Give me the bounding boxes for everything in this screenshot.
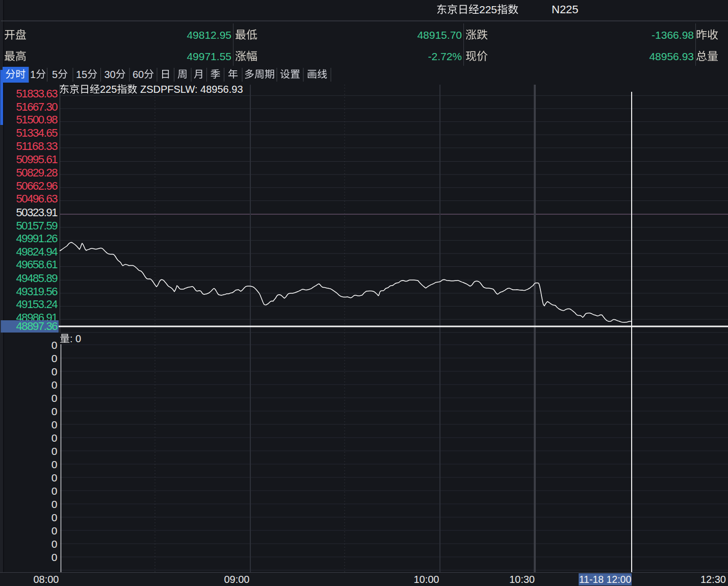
svg-text:11-18 12:00: 11-18 12:00 — [579, 574, 632, 585]
svg-text:15: 15 — [76, 69, 87, 80]
svg-text:50157.59: 50157.59 — [16, 219, 58, 232]
svg-text:49153.24: 49153.24 — [16, 298, 58, 311]
svg-text:225: 225 — [479, 4, 497, 15]
svg-text:60: 60 — [133, 69, 144, 80]
svg-text:0: 0 — [51, 512, 58, 523]
svg-text:49812.95: 49812.95 — [187, 29, 231, 41]
svg-text:51334.65: 51334.65 — [16, 126, 58, 139]
svg-text:0: 0 — [51, 379, 58, 391]
svg-text:48897.36: 48897.36 — [16, 320, 58, 333]
svg-text:49485.89: 49485.89 — [16, 272, 58, 285]
svg-text:51500.98: 51500.98 — [16, 113, 58, 126]
svg-text:0: 0 — [51, 551, 58, 563]
svg-text:51667.30: 51667.30 — [16, 100, 58, 113]
svg-text:0: 0 — [51, 472, 58, 483]
svg-text:0: 0 — [51, 405, 58, 417]
svg-text:: 0: : 0 — [70, 333, 81, 344]
svg-text:50323.91: 50323.91 — [16, 206, 58, 219]
svg-text:ZSDPFSLW: 48956.93: ZSDPFSLW: 48956.93 — [137, 84, 243, 95]
svg-text:09:00: 09:00 — [224, 574, 249, 585]
svg-text:0: 0 — [51, 339, 58, 351]
svg-text:50496.63: 50496.63 — [16, 192, 58, 205]
svg-text:0: 0 — [51, 392, 58, 404]
svg-text:0: 0 — [51, 445, 58, 457]
svg-text:0: 0 — [51, 352, 58, 364]
svg-text:51168.33: 51168.33 — [16, 140, 58, 152]
svg-text:0: 0 — [51, 366, 58, 377]
svg-text:0: 0 — [51, 458, 58, 470]
svg-text:0: 0 — [51, 498, 58, 510]
svg-text:0: 0 — [51, 485, 58, 497]
svg-text:49991.26: 49991.26 — [16, 232, 58, 245]
svg-text:48956.93: 48956.93 — [649, 50, 694, 62]
svg-text:51833.63: 51833.63 — [16, 87, 58, 100]
svg-text:-1366.98: -1366.98 — [652, 29, 694, 41]
svg-text:225: 225 — [100, 84, 117, 95]
svg-text:12:30: 12:30 — [700, 574, 726, 585]
svg-text:1: 1 — [30, 69, 36, 80]
svg-text:0: 0 — [51, 419, 58, 430]
svg-text:0: 0 — [51, 525, 58, 537]
svg-text:49658.61: 49658.61 — [16, 258, 58, 271]
svg-text:5: 5 — [52, 69, 58, 80]
svg-text:49971.55: 49971.55 — [187, 50, 231, 62]
svg-text:10:00: 10:00 — [413, 574, 439, 585]
svg-text:N225: N225 — [552, 3, 579, 16]
svg-text:50995.61: 50995.61 — [16, 153, 58, 166]
svg-text:10:30: 10:30 — [509, 574, 535, 585]
svg-text:08:00: 08:00 — [33, 574, 59, 585]
svg-text:48915.70: 48915.70 — [417, 29, 462, 41]
svg-text:50662.96: 50662.96 — [16, 180, 58, 192]
svg-text:49319.56: 49319.56 — [16, 285, 58, 298]
svg-text:50829.28: 50829.28 — [16, 166, 58, 179]
svg-text:0: 0 — [51, 432, 58, 444]
svg-text:-2.72%: -2.72% — [428, 50, 462, 62]
svg-text:49824.94: 49824.94 — [16, 245, 58, 258]
svg-text:0: 0 — [51, 538, 58, 550]
svg-text:30: 30 — [104, 69, 115, 80]
